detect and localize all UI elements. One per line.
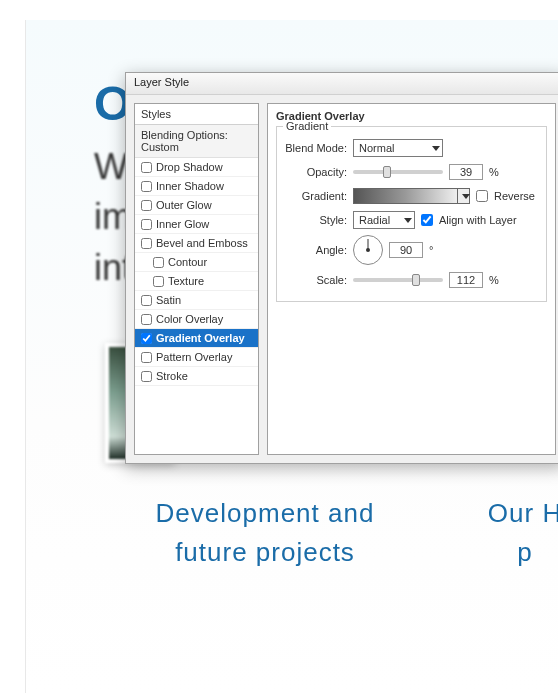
style-label: Style: <box>285 214 347 226</box>
style-select[interactable]: Radial <box>353 211 415 229</box>
chevron-down-icon <box>432 146 440 151</box>
style-checkbox[interactable] <box>141 314 152 325</box>
bg-caption-2: Our H p <box>475 494 558 572</box>
angle-unit: ° <box>429 244 433 256</box>
style-checkbox[interactable] <box>141 352 152 363</box>
style-label: Contour <box>168 256 207 268</box>
style-checkbox[interactable] <box>153 276 164 287</box>
style-checkbox[interactable] <box>141 371 152 382</box>
opacity-label: Opacity: <box>285 166 347 178</box>
style-label: Gradient Overlay <box>156 332 245 344</box>
dialog-titlebar[interactable]: Layer Style <box>126 73 558 95</box>
angle-label: Angle: <box>285 244 347 256</box>
style-checkbox[interactable] <box>141 219 152 230</box>
style-item-inner-glow[interactable]: Inner Glow <box>135 215 258 234</box>
settings-panel: Gradient Overlay Gradient Blend Mode: No… <box>267 103 556 455</box>
style-item-contour[interactable]: Contour <box>135 253 258 272</box>
style-item-inner-shadow[interactable]: Inner Shadow <box>135 177 258 196</box>
align-layer-checkbox[interactable] <box>421 214 433 226</box>
style-checkbox[interactable] <box>153 257 164 268</box>
scale-label: Scale: <box>285 274 347 286</box>
opacity-slider[interactable] <box>353 170 443 174</box>
dialog-body: Styles Blending Options: Custom Drop Sha… <box>126 95 558 463</box>
angle-dial[interactable] <box>353 235 383 265</box>
opacity-input[interactable]: 39 <box>449 164 483 180</box>
blend-mode-label: Blend Mode: <box>285 142 347 154</box>
style-checkbox[interactable] <box>141 295 152 306</box>
style-checkbox[interactable] <box>141 238 152 249</box>
style-checkbox[interactable] <box>141 333 152 344</box>
opacity-unit: % <box>489 166 499 178</box>
style-checkbox[interactable] <box>141 162 152 173</box>
style-item-satin[interactable]: Satin <box>135 291 258 310</box>
style-item-color-overlay[interactable]: Color Overlay <box>135 310 258 329</box>
gradient-fieldset: Gradient Blend Mode: Normal Opacity: 39 … <box>276 126 547 302</box>
styles-panel: Styles Blending Options: Custom Drop Sha… <box>134 103 259 455</box>
style-checkbox[interactable] <box>141 200 152 211</box>
style-label: Texture <box>168 275 204 287</box>
style-item-bevel-and-emboss[interactable]: Bevel and Emboss <box>135 234 258 253</box>
style-item-pattern-overlay[interactable]: Pattern Overlay <box>135 348 258 367</box>
gradient-swatch[interactable] <box>353 188 458 204</box>
dialog-title: Layer Style <box>134 76 189 88</box>
layer-style-dialog: Layer Style Styles Blending Options: Cus… <box>125 72 558 464</box>
style-item-texture[interactable]: Texture <box>135 272 258 291</box>
style-label: Satin <box>156 294 181 306</box>
slider-thumb[interactable] <box>412 274 420 286</box>
bg-caption-1: Development and future projects <box>125 494 405 572</box>
slider-thumb[interactable] <box>383 166 391 178</box>
chevron-down-icon <box>462 194 470 199</box>
gradient-legend: Gradient <box>283 120 331 132</box>
style-item-gradient-overlay[interactable]: Gradient Overlay <box>135 329 258 348</box>
angle-input[interactable]: 90 <box>389 242 423 258</box>
style-label: Outer Glow <box>156 199 212 211</box>
reverse-label: Reverse <box>494 190 535 202</box>
gradient-dropdown[interactable] <box>458 188 470 204</box>
style-item-drop-shadow[interactable]: Drop Shadow <box>135 158 258 177</box>
scale-unit: % <box>489 274 499 286</box>
align-layer-label: Align with Layer <box>439 214 517 226</box>
gradient-label: Gradient: <box>285 190 347 202</box>
blending-options-row[interactable]: Blending Options: Custom <box>135 125 258 158</box>
style-item-outer-glow[interactable]: Outer Glow <box>135 196 258 215</box>
style-label: Inner Glow <box>156 218 209 230</box>
style-item-stroke[interactable]: Stroke <box>135 367 258 386</box>
style-label: Color Overlay <box>156 313 223 325</box>
style-label: Stroke <box>156 370 188 382</box>
style-checkbox[interactable] <box>141 181 152 192</box>
scale-slider[interactable] <box>353 278 443 282</box>
scale-input[interactable]: 112 <box>449 272 483 288</box>
style-label: Inner Shadow <box>156 180 224 192</box>
blend-mode-select[interactable]: Normal <box>353 139 443 157</box>
style-label: Bevel and Emboss <box>156 237 248 249</box>
style-label: Pattern Overlay <box>156 351 232 363</box>
style-label: Drop Shadow <box>156 161 223 173</box>
reverse-checkbox[interactable] <box>476 190 488 202</box>
styles-header[interactable]: Styles <box>135 104 258 125</box>
chevron-down-icon <box>404 218 412 223</box>
